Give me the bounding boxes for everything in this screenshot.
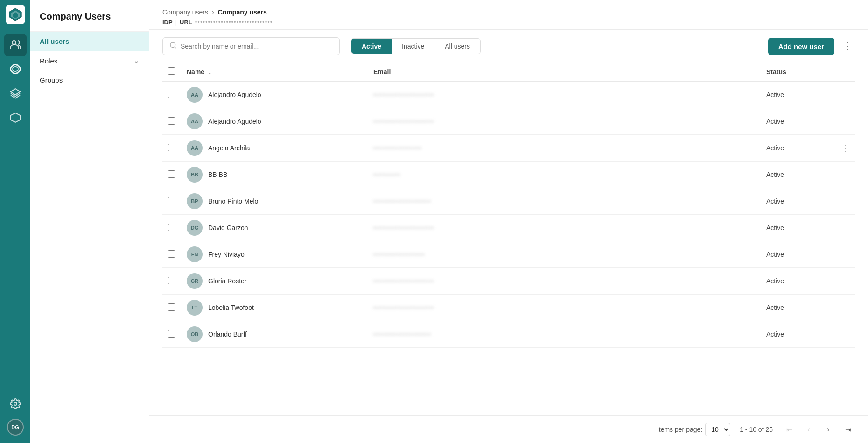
svg-point-3 — [12, 41, 16, 44]
idp-url-value: •••••••••••••••••••••••••••••• — [195, 19, 273, 26]
user-email: ••••••••••••••••• — [373, 251, 425, 258]
items-per-page: Items per page: 5 10 25 50 — [657, 423, 730, 436]
sidebar-icon-layers[interactable] — [4, 82, 27, 105]
idp-url-row: IDP | URL •••••••••••••••••••••••••••••• — [162, 19, 855, 26]
idp-divider: | — [175, 19, 177, 26]
row-checkbox[interactable] — [168, 250, 175, 258]
table-row: AAAlejandro Agudelo••••••••••••••••••••A… — [162, 81, 855, 108]
sidebar-item-groups[interactable]: Groups — [30, 70, 149, 90]
th-select-all[interactable] — [162, 63, 181, 81]
sidebar-icon-users[interactable] — [4, 34, 27, 56]
user-email: •••••••••••••••••••• — [373, 304, 434, 311]
row-checkbox[interactable] — [168, 91, 175, 98]
items-per-page-select[interactable]: 5 10 25 50 — [705, 423, 730, 436]
avatar: FN — [187, 246, 203, 262]
row-checkbox-cell — [162, 295, 181, 321]
status-badge: Active — [766, 251, 784, 258]
tab-inactive[interactable]: Inactive — [392, 39, 434, 54]
sidebar-item-all-users[interactable]: All users — [30, 32, 149, 51]
avatar: LT — [187, 300, 203, 316]
table-row: GRGloria Roster••••••••••••••••••••Activ… — [162, 268, 855, 295]
row-status-cell: Active — [761, 108, 835, 135]
row-actions-cell — [835, 162, 855, 188]
page-range: 1 - 10 of 25 — [740, 426, 773, 433]
avatar: AA — [187, 140, 203, 156]
row-name-cell: BPBruno Pinto Melo — [181, 188, 368, 215]
app-logo[interactable] — [6, 5, 25, 24]
row-status-cell: Active — [761, 215, 835, 241]
more-icon: ⋮ — [842, 41, 853, 51]
row-checkbox-cell — [162, 268, 181, 295]
sidebar-icon-settings[interactable] — [4, 393, 27, 415]
status-badge: Active — [766, 171, 784, 178]
row-status-cell: Active — [761, 268, 835, 295]
row-checkbox[interactable] — [168, 303, 175, 311]
next-page-button[interactable]: › — [821, 422, 835, 436]
search-box[interactable] — [162, 37, 340, 55]
row-checkbox-cell — [162, 135, 181, 162]
sidebar-icon-analytics[interactable] — [4, 58, 27, 80]
add-user-button[interactable]: Add new user — [768, 38, 834, 55]
left-navigation: Company Users All users Roles ⌄ Groups — [30, 0, 149, 443]
row-email-cell: •••••••••••••••• — [368, 135, 761, 162]
row-name-cell: AAAlejandro Agudelo — [181, 108, 368, 135]
sidebar-icon-hex[interactable] — [4, 106, 27, 129]
row-name-cell: GRGloria Roster — [181, 268, 368, 295]
row-actions-cell — [835, 188, 855, 215]
user-avatar[interactable]: DG — [7, 419, 24, 436]
url-label: URL — [180, 19, 192, 26]
row-checkbox[interactable] — [168, 170, 175, 178]
prev-page-button[interactable]: ‹ — [802, 422, 816, 436]
row-checkbox[interactable] — [168, 117, 175, 125]
row-checkbox[interactable] — [168, 224, 175, 231]
row-status-cell: Active — [761, 321, 835, 348]
row-actions-cell[interactable]: ⋮ — [835, 135, 855, 162]
row-checkbox-cell — [162, 108, 181, 135]
svg-point-9 — [14, 402, 17, 405]
user-name: Lobelia Twofoot — [208, 304, 254, 311]
user-name: Bruno Pinto Melo — [208, 197, 258, 205]
row-email-cell: ••••••••• — [368, 162, 761, 188]
row-actions-cell — [835, 241, 855, 268]
breadcrumb-parent[interactable]: Company users — [162, 8, 208, 16]
svg-point-10 — [170, 42, 175, 48]
row-checkbox[interactable] — [168, 330, 175, 338]
search-input[interactable] — [181, 42, 333, 50]
chevron-down-icon: ⌄ — [133, 56, 140, 65]
row-checkbox[interactable] — [168, 144, 175, 151]
avatar: DG — [187, 220, 203, 236]
first-page-button[interactable]: ⇤ — [782, 422, 796, 436]
avatar: GR — [187, 273, 203, 289]
breadcrumb-current: Company users — [218, 8, 267, 16]
status-badge: Active — [766, 224, 784, 232]
row-more-icon[interactable]: ⋮ — [841, 143, 849, 153]
sidebar-item-label: Roles — [40, 57, 57, 65]
th-name[interactable]: Name ↓ — [181, 63, 368, 81]
row-email-cell: •••••••••••••••••••• — [368, 108, 761, 135]
table-row: FNFrey Niviayo•••••••••••••••••Active — [162, 241, 855, 268]
sidebar-item-roles[interactable]: Roles ⌄ — [30, 51, 149, 70]
tab-active[interactable]: Active — [351, 39, 392, 54]
left-nav-title: Company Users — [30, 0, 149, 32]
row-checkbox-cell — [162, 162, 181, 188]
more-options-button[interactable]: ⋮ — [840, 39, 855, 54]
row-checkbox[interactable] — [168, 277, 175, 284]
row-checkbox-cell — [162, 188, 181, 215]
avatar: OB — [187, 326, 203, 342]
table-header: Name ↓ Email Status — [162, 63, 855, 81]
row-checkbox-cell — [162, 241, 181, 268]
table-row: DGDavid Garzon••••••••••••••••••••Active — [162, 215, 855, 241]
last-page-button[interactable]: ⇥ — [841, 422, 855, 436]
user-email: •••••••••••••••• — [373, 145, 422, 152]
tab-all-users[interactable]: All users — [434, 39, 480, 54]
select-all-checkbox[interactable] — [168, 67, 175, 75]
row-checkbox-cell — [162, 215, 181, 241]
row-checkbox[interactable] — [168, 197, 175, 204]
idp-label: IDP — [162, 19, 173, 26]
user-email: •••••••••••••••••••• — [373, 91, 434, 98]
row-name-cell: BBBB BB — [181, 162, 368, 188]
sidebar-item-label: Groups — [40, 76, 63, 84]
row-status-cell: Active — [761, 241, 835, 268]
row-actions-cell — [835, 295, 855, 321]
status-badge: Active — [766, 304, 784, 311]
